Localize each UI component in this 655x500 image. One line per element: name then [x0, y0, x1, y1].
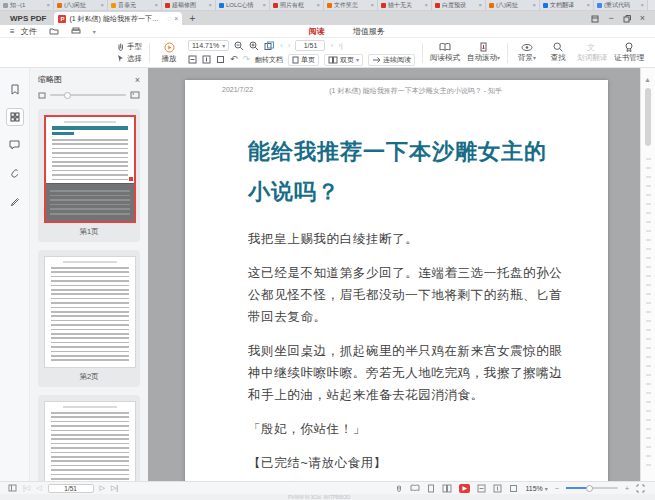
restore-icon[interactable]	[623, 15, 631, 23]
thumbnail-card-2[interactable]: 第2页	[38, 250, 140, 387]
fit-width-icon[interactable]	[188, 55, 197, 64]
tab-close-icon[interactable]: ×	[100, 2, 104, 8]
tab-close-icon[interactable]: ×	[174, 15, 178, 22]
tab-close-icon[interactable]: ×	[586, 2, 590, 8]
wps-app-label[interactable]: WPS PDF	[0, 14, 54, 25]
zoom-in-button[interactable]: +	[625, 485, 629, 492]
tab-close-icon[interactable]: ×	[478, 2, 482, 8]
status-double-page-icon[interactable]	[442, 484, 452, 493]
tab-close-icon[interactable]: ×	[208, 2, 212, 8]
double-page-button[interactable]: 双页▾	[324, 54, 363, 66]
page-1-thumbnail[interactable]	[44, 115, 136, 223]
fit-width-status-icon[interactable]	[477, 484, 486, 493]
chevron-down-icon[interactable]: ▾	[93, 28, 96, 35]
vertical-scrollbar[interactable]: ▲	[640, 68, 655, 481]
rotate-left-icon[interactable]: ↶	[230, 55, 238, 64]
zoom-out-button[interactable]: −	[555, 485, 559, 492]
browser-tab[interactable]: 照片有框×	[270, 0, 324, 10]
browser-tab[interactable]: 猫十无关×	[378, 0, 432, 10]
scroll-up-icon[interactable]: ▲	[644, 76, 651, 83]
thumbnail-card-3[interactable]	[38, 395, 140, 481]
status-reading-mode-icon[interactable]	[410, 484, 420, 492]
print-icon[interactable]	[71, 27, 81, 35]
status-zoom-level[interactable]: 115%▾	[525, 485, 547, 492]
fullscreen-icon[interactable]	[636, 484, 645, 493]
browser-tab[interactable]: (八)闲扯×	[54, 0, 108, 10]
comments-icon[interactable]	[6, 136, 24, 154]
attachment-icon[interactable]	[6, 164, 24, 182]
status-single-page-icon[interactable]	[427, 484, 435, 493]
single-page-button[interactable]: 单页	[288, 54, 319, 66]
browser-tab[interactable]: 音泰元×	[108, 0, 162, 10]
tab-close-icon[interactable]: ×	[316, 2, 320, 8]
background-button[interactable]: 背景▾	[515, 43, 539, 63]
continuous-read-button[interactable]: 连续阅读	[368, 54, 415, 66]
minimize-icon[interactable]: −	[608, 14, 613, 23]
bookmark-icon[interactable]	[6, 80, 24, 98]
close-icon[interactable]: ×	[640, 14, 645, 23]
prev-page-button[interactable]: ◁	[36, 484, 41, 492]
tab-close-icon[interactable]: ×	[640, 2, 644, 8]
tab-close-icon[interactable]: ×	[370, 2, 374, 8]
actual-size-status-icon[interactable]	[509, 484, 518, 493]
thumbnails-icon[interactable]	[6, 108, 24, 126]
history-back-icon[interactable]: ‹	[280, 41, 283, 50]
zoom-out-icon[interactable]	[234, 41, 244, 51]
tab-read[interactable]: 阅读	[308, 24, 326, 39]
browser-tab[interactable]: 超额修图×	[162, 0, 216, 10]
fit-page-status-icon[interactable]	[493, 484, 502, 493]
hand-tool-button[interactable]: 手型	[116, 42, 142, 52]
tab-pin-icon[interactable]: ◌	[167, 15, 171, 22]
find-button[interactable]: 查找	[546, 42, 570, 63]
zoom-in-icon[interactable]	[249, 41, 259, 51]
status-hand-icon[interactable]	[395, 484, 403, 493]
rotate-right-icon[interactable]: ↷	[243, 55, 251, 64]
thumbnail-card-1[interactable]: 第1页	[38, 109, 140, 242]
zoom-level-select[interactable]: 114.71%▾	[188, 40, 229, 51]
browser-tab[interactable]: (重试代码×	[594, 0, 648, 10]
thumbnail-size-slider[interactable]	[30, 89, 148, 105]
layout-icon[interactable]	[591, 15, 599, 23]
play-button[interactable]: 播放	[157, 42, 181, 64]
browser-tab[interactable]: LOLC心情×	[216, 0, 270, 10]
auto-scroll-button[interactable]: 自动滚动▾	[467, 42, 500, 63]
status-play-button[interactable]: ▶	[459, 484, 470, 493]
hamburger-icon[interactable]: ≡	[10, 27, 15, 36]
tab-close-icon[interactable]: ×	[424, 2, 428, 8]
reading-mode-button[interactable]: 阅读模式	[430, 42, 460, 63]
tab-services[interactable]: 增值服务	[352, 24, 386, 39]
browser-tab[interactable]: 文件笑怎×	[324, 0, 378, 10]
browser-tab[interactable]: 白度预设×	[432, 0, 486, 10]
scrollbar-thumb[interactable]	[645, 88, 651, 146]
zoom-slider[interactable]	[566, 487, 618, 489]
select-tool-button[interactable]: 选择	[116, 54, 142, 64]
browser-tab[interactable]: (八)闲扯×	[486, 0, 540, 10]
history-forward-icon[interactable]: ›	[288, 41, 291, 50]
panel-close-icon[interactable]: ×	[135, 75, 140, 85]
tab-close-icon[interactable]: ×	[262, 2, 266, 8]
tab-close-icon[interactable]: ×	[154, 2, 158, 8]
extract-page-icon[interactable]	[264, 41, 275, 51]
next-page-icon[interactable]: ›	[330, 41, 333, 50]
page-2-thumbnail[interactable]	[44, 256, 136, 368]
page-3-thumbnail[interactable]	[44, 401, 136, 481]
open-file-icon[interactable]	[49, 27, 59, 35]
next-page-button[interactable]: ▷	[100, 484, 105, 492]
last-page-button[interactable]: ▷|	[111, 484, 118, 492]
browser-tab[interactable]: 文档翻译×	[540, 0, 594, 10]
flip-doc-button[interactable]: 翻转文档	[255, 55, 283, 65]
signature-icon[interactable]	[6, 192, 24, 210]
certificate-button[interactable]: 证书管理	[614, 42, 644, 63]
actual-size-icon[interactable]	[216, 55, 225, 64]
document-tab[interactable]: P (1 封私信) 能给我推荐一下… ◌ ×	[54, 12, 182, 25]
tab-close-icon[interactable]: ×	[46, 2, 50, 8]
browser-tab[interactable]: 知·-(1×	[0, 0, 54, 10]
panel-toggle-icon[interactable]	[8, 484, 17, 492]
fit-page-icon[interactable]	[202, 55, 211, 64]
file-menu[interactable]: 文件	[21, 26, 37, 37]
first-page-button[interactable]: |◁	[23, 484, 30, 492]
page-nav-input[interactable]: 1/51	[48, 484, 94, 493]
tab-close-icon[interactable]: ×	[532, 2, 536, 8]
page-number-input[interactable]: 1/51	[295, 40, 325, 51]
last-page-icon[interactable]: ›|	[338, 41, 343, 50]
